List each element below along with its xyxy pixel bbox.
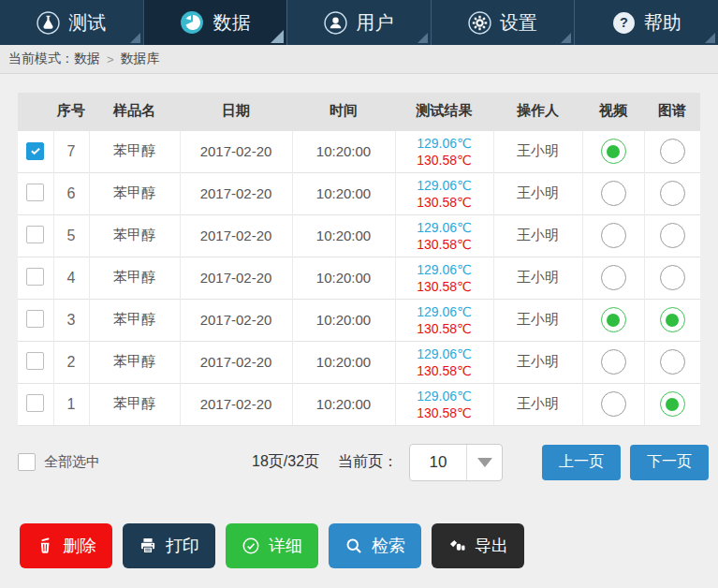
result-temp-low: 130.58℃ — [396, 194, 493, 211]
table-row[interactable]: 7 苯甲醇 2017-02-20 10:20:00 129.06℃ 130.58… — [18, 130, 700, 172]
tab-corner-triangle — [705, 33, 715, 43]
video-radio[interactable] — [601, 139, 626, 164]
video-radio[interactable] — [601, 223, 626, 248]
header-time: 时间 — [292, 93, 395, 130]
cell-number: 4 — [53, 257, 89, 299]
check-circle-icon — [242, 537, 260, 555]
detail-button[interactable]: 详细 — [226, 523, 318, 568]
header-operator: 操作人 — [493, 93, 582, 130]
table-row[interactable]: 2 苯甲醇 2017-02-20 10:20:00 129.06℃ 130.58… — [18, 341, 700, 383]
spectrum-radio[interactable] — [660, 265, 685, 290]
prev-page-button[interactable]: 上一页 — [542, 445, 621, 480]
page-size-value: 10 — [410, 445, 466, 480]
cell-sample-name: 苯甲醇 — [89, 214, 180, 257]
pie-chart-icon — [180, 10, 204, 35]
page-info: 18页/32页 — [252, 452, 319, 472]
page-size-select[interactable]: 10 — [409, 444, 503, 481]
cell-operator: 王小明 — [493, 257, 582, 299]
export-icon — [447, 537, 466, 555]
row-checkbox[interactable] — [26, 142, 44, 160]
delete-button[interactable]: 删除 — [20, 523, 112, 568]
flask-icon — [37, 11, 60, 35]
spectrum-radio[interactable] — [660, 139, 685, 164]
row-checkbox[interactable] — [26, 352, 44, 370]
row-checkbox[interactable] — [26, 394, 44, 412]
select-all-checkbox[interactable] — [18, 453, 36, 471]
row-checkbox[interactable] — [26, 310, 44, 328]
row-checkbox[interactable] — [26, 184, 44, 201]
next-page-button[interactable]: 下一页 — [630, 445, 709, 480]
table-row[interactable]: 6 苯甲醇 2017-02-20 10:20:00 129.06℃ 130.58… — [18, 172, 700, 214]
tab-user[interactable]: 用户 — [286, 0, 431, 45]
cell-date: 2017-02-20 — [180, 299, 292, 341]
select-all-label: 全部选中 — [44, 453, 100, 471]
cell-number: 6 — [53, 172, 89, 214]
tab-settings[interactable]: 设置 — [431, 0, 575, 45]
spectrum-radio[interactable] — [660, 349, 685, 375]
tab-label: 设置 — [500, 10, 537, 36]
spectrum-radio[interactable] — [660, 181, 685, 206]
button-label: 打印 — [166, 535, 199, 557]
table-row[interactable]: 5 苯甲醇 2017-02-20 10:20:00 129.06℃ 130.58… — [18, 214, 700, 257]
tab-test[interactable]: 测试 — [0, 0, 143, 45]
select-all-group: 全部选中 — [18, 453, 100, 471]
table-row[interactable]: 4 苯甲醇 2017-02-20 10:20:00 129.06℃ 130.58… — [18, 257, 700, 299]
cell-time: 10:20:00 — [292, 341, 395, 383]
radio-dot — [666, 314, 679, 327]
cell-date: 2017-02-20 — [180, 383, 292, 425]
tab-data[interactable]: 数据 — [143, 0, 287, 45]
header-date: 日期 — [180, 93, 292, 130]
table-row[interactable]: 1 苯甲醇 2017-02-20 10:20:00 129.06℃ 130.58… — [18, 383, 700, 425]
svg-text:?: ? — [620, 15, 628, 30]
help-icon: ? — [612, 11, 636, 35]
breadcrumb-page: 数据库 — [121, 51, 160, 67]
header-sample-name: 样品名 — [89, 93, 180, 130]
radio-dot — [607, 314, 620, 327]
video-radio[interactable] — [601, 265, 626, 290]
printer-icon — [139, 537, 157, 555]
cell-number: 1 — [53, 383, 89, 425]
search-button[interactable]: 检索 — [329, 523, 421, 568]
video-radio[interactable] — [601, 181, 626, 206]
export-button[interactable]: 导出 — [432, 523, 524, 568]
header-video: 视频 — [582, 93, 644, 130]
result-temp-high: 129.06℃ — [396, 388, 493, 404]
result-temp-low: 130.58℃ — [396, 236, 493, 253]
button-label: 导出 — [475, 535, 508, 557]
result-temp-low: 130.58℃ — [396, 278, 493, 295]
cell-test-result: 129.06℃ 130.58℃ — [395, 383, 493, 425]
result-temp-high: 129.06℃ — [396, 345, 493, 362]
cell-operator: 王小明 — [493, 130, 582, 172]
video-radio[interactable] — [601, 349, 626, 375]
gear-icon — [468, 11, 491, 35]
button-label: 详细 — [269, 535, 302, 557]
row-checkbox[interactable] — [26, 268, 44, 286]
cell-test-result: 129.06℃ 130.58℃ — [395, 130, 493, 172]
row-checkbox[interactable] — [26, 226, 44, 243]
app-window: 测试 数据 用户 — [0, 0, 718, 588]
button-label: 检索 — [372, 535, 405, 557]
cell-sample-name: 苯甲醇 — [89, 257, 180, 299]
cell-operator: 王小明 — [493, 172, 582, 214]
video-radio[interactable] — [601, 307, 626, 332]
chevron-down-icon — [477, 458, 492, 467]
result-temp-low: 130.58℃ — [396, 404, 493, 421]
header-test-result: 测试结果 — [395, 93, 493, 130]
table-row[interactable]: 3 苯甲醇 2017-02-20 10:20:00 129.06℃ 130.58… — [18, 299, 700, 341]
spectrum-radio[interactable] — [660, 223, 685, 248]
result-temp-high: 129.06℃ — [396, 135, 493, 152]
print-button[interactable]: 打印 — [123, 523, 215, 568]
page-nav-buttons: 上一页 下一页 — [542, 445, 709, 480]
spectrum-radio[interactable] — [660, 391, 685, 417]
video-radio[interactable] — [601, 391, 626, 417]
cell-sample-name: 苯甲醇 — [89, 383, 180, 425]
cell-number: 2 — [53, 341, 89, 383]
tab-help[interactable]: ? 帮助 — [574, 0, 718, 45]
result-temp-high: 129.06℃ — [396, 219, 493, 236]
cell-sample-name: 苯甲醇 — [89, 130, 180, 172]
cell-time: 10:20:00 — [292, 299, 395, 341]
header-spectrum: 图谱 — [644, 93, 700, 130]
cell-date: 2017-02-20 — [180, 130, 292, 172]
spectrum-radio[interactable] — [660, 307, 685, 332]
breadcrumb: 当前模式：数据 > 数据库 — [0, 45, 718, 74]
